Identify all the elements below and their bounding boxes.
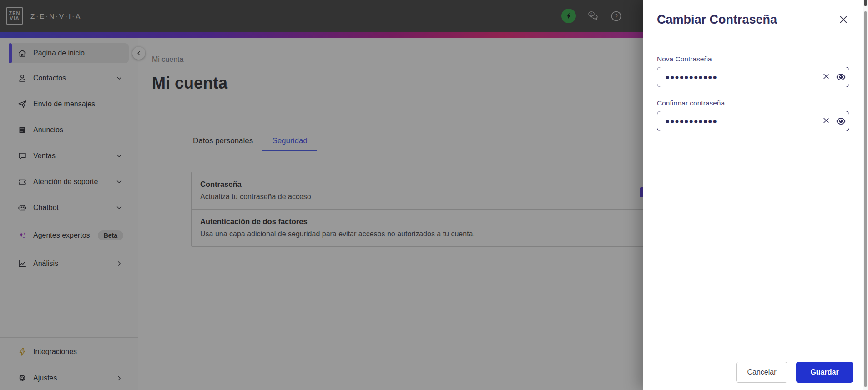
new-password-label: Nova Contraseña <box>657 55 849 63</box>
drawer-body: Nova Contraseña Confirmar contraseña <box>643 55 863 131</box>
confirm-password-label: Confirmar contraseña <box>657 99 849 107</box>
clear-input-button[interactable] <box>821 116 831 126</box>
close-button[interactable] <box>838 15 849 25</box>
clear-input-button[interactable] <box>821 72 831 82</box>
show-password-icon <box>836 72 846 82</box>
show-password-icon <box>836 116 846 126</box>
clear-input-icon <box>822 72 831 81</box>
scrollbar-thumb[interactable] <box>864 11 867 387</box>
change-password-drawer: Cambiar Contraseña Nova Contraseña Confi… <box>643 0 863 390</box>
page-scrollbar[interactable] <box>863 0 868 390</box>
drawer-title: Cambiar Contraseña <box>657 13 777 27</box>
drawer-header: Cambiar Contraseña <box>643 0 863 45</box>
scrollbar-top-notch <box>864 0 867 6</box>
save-button[interactable]: Guardar <box>796 362 853 383</box>
cancel-button[interactable]: Cancelar <box>736 362 787 383</box>
show-password-button[interactable] <box>836 72 846 82</box>
drawer-footer: Cancelar Guardar <box>736 362 853 383</box>
close-icon <box>838 15 848 25</box>
app-root: ZEN VIA Z·E·N·V·I·A ? ? Página de inicio <box>0 0 868 390</box>
new-password-input-wrap <box>657 67 849 87</box>
confirm-password-input-wrap <box>657 111 849 131</box>
show-password-button[interactable] <box>836 116 846 126</box>
clear-input-icon <box>822 116 831 125</box>
